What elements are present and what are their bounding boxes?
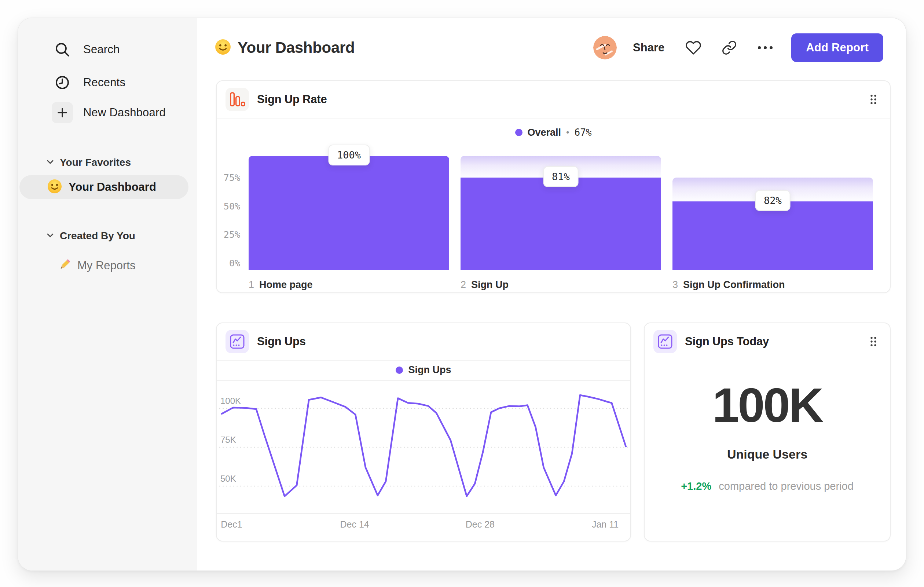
sidebar-item-your-dashboard[interactable]: Your Dashboard (20, 175, 188, 199)
add-report-button[interactable]: Add Report (791, 33, 883, 62)
app-window: Search Recents New Dashboard Your Favori… (18, 18, 906, 571)
section-label: Created By You (60, 230, 135, 242)
delta-caption: compared to previous period (719, 480, 854, 492)
sidebar-item-label: Your Dashboard (69, 180, 156, 194)
signups-card: Sign Ups Sign Ups 100K75K50KDec1Dec 14De… (216, 322, 631, 542)
signups-series-line (222, 395, 626, 496)
conversion-badge: 82% (755, 190, 790, 211)
clock-icon (52, 72, 73, 93)
sidebar-item-label: New Dashboard (83, 106, 166, 119)
funnel-bar[interactable] (672, 202, 873, 270)
sidebar-item-label: Search (83, 43, 120, 56)
section-label: Your Favorites (60, 157, 131, 169)
dashboard-header: Your Dashboard Share (215, 31, 883, 64)
signups-line-chart: 100K75K50KDec1Dec 14Dec 28Jan 11 (217, 323, 630, 541)
funnel-chart: 75%50%25%0%100%1Home page81%2Sign Up82%3… (217, 81, 890, 293)
conversion-badge: 100% (328, 145, 370, 165)
y-axis-tick: 75% (217, 172, 240, 183)
sidebar-item-label: My Reports (78, 259, 135, 272)
favorite-heart-icon[interactable] (683, 38, 703, 58)
signup-rate-card: Sign Up Rate Overall • 67% 75%50%25%0%10… (216, 80, 891, 293)
funnel-bar[interactable] (460, 178, 661, 270)
funnel-step-label: 2Sign Up (460, 279, 508, 291)
header-actions: Share Add Report (593, 33, 883, 62)
card-title: Sign Ups Today (685, 335, 769, 348)
search-icon (52, 39, 73, 60)
page-title-text: Your Dashboard (238, 39, 355, 56)
stat-label: Unique Users (645, 447, 890, 461)
avatar[interactable] (593, 36, 617, 60)
line-chart-icon (653, 330, 677, 353)
more-options-icon[interactable] (755, 38, 775, 58)
page-title: Your Dashboard (215, 39, 355, 56)
stat-delta: +1.2% compared to previous period (645, 480, 890, 492)
chevron-down-icon (46, 233, 54, 239)
y-axis-tick: 50% (217, 201, 240, 212)
sidebar: Search Recents New Dashboard Your Favori… (18, 18, 197, 570)
funnel-step-label: 3Sign Up Confirmation (672, 279, 785, 291)
sidebar-item-recents[interactable]: Recents (18, 71, 197, 94)
drag-handle-icon[interactable] (870, 336, 878, 347)
x-axis-tick: Dec1 (221, 519, 242, 530)
funnel-step-label: 1Home page (249, 279, 313, 291)
x-axis-tick: Dec 14 (340, 519, 369, 530)
delta-percent: +1.2% (681, 480, 711, 492)
share-button[interactable]: Share (633, 41, 664, 54)
chevron-down-icon (46, 159, 54, 166)
smiley-emoji (215, 39, 231, 56)
sidebar-section-your-favorites[interactable]: Your Favorites (46, 157, 131, 169)
sidebar-section-created-by-you[interactable]: Created By You (46, 230, 135, 242)
pencil-emoji (58, 258, 71, 273)
sidebar-item-new-dashboard[interactable]: New Dashboard (18, 102, 197, 124)
x-axis-tick: Dec 28 (466, 519, 495, 530)
copy-link-icon[interactable] (719, 38, 739, 58)
y-axis-tick: 25% (217, 229, 240, 240)
line-chart-svg (217, 323, 632, 542)
sidebar-item-my-reports[interactable]: My Reports (58, 256, 135, 276)
sidebar-item-search[interactable]: Search (18, 38, 197, 61)
x-axis-tick: Jan 11 (592, 519, 619, 530)
funnel-bar[interactable] (249, 156, 449, 270)
stat-value: 100K (645, 377, 890, 433)
smiley-emoji (47, 179, 62, 195)
conversion-badge: 81% (543, 166, 579, 187)
sidebar-item-label: Recents (83, 76, 125, 89)
signups-today-card: Sign Ups Today 100K Unique Users +1.2% c… (644, 322, 891, 542)
signups-today-card-header: Sign Ups Today (645, 323, 890, 360)
plus-icon (52, 102, 73, 123)
y-axis-tick: 0% (217, 258, 240, 269)
